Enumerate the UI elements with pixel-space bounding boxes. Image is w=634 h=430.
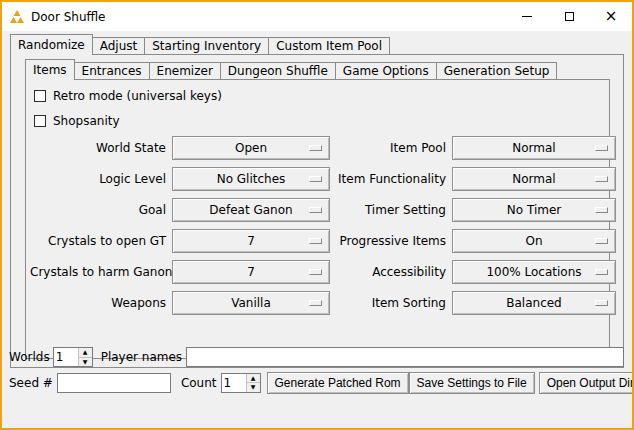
dropdown-indicator-icon — [595, 300, 608, 306]
accessibility-label: Accessibility — [336, 265, 446, 279]
tab-entrances[interactable]: Entrances — [74, 62, 150, 80]
dropdown-value: Vanilla — [231, 296, 271, 310]
minimize-button[interactable] — [506, 2, 548, 31]
tab-randomize[interactable]: Randomize — [10, 34, 93, 55]
window: Door Shuffle × Randomize Adjust Starting… — [0, 0, 634, 430]
tab-game-options[interactable]: Game Options — [335, 62, 437, 80]
dropdown-indicator-icon — [595, 145, 608, 151]
crystals-gt-label: Crystals to open GT — [30, 234, 166, 248]
dropdown-value: 7 — [247, 234, 255, 248]
dropdown-value: No Timer — [507, 203, 561, 217]
crystals-ganon-label: Crystals to harm Ganon — [30, 265, 166, 279]
weapons-label: Weapons — [30, 296, 166, 310]
weapons-dropdown[interactable]: Vanilla — [172, 291, 330, 315]
retro-mode-checkbox[interactable]: Retro mode (universal keys) — [34, 88, 222, 104]
goal-label: Goal — [30, 203, 166, 217]
close-button[interactable]: × — [590, 2, 632, 31]
player-names-label: Player names — [101, 350, 182, 364]
dropdown-value: Normal — [512, 141, 555, 155]
accessibility-dropdown[interactable]: 100% Locations — [452, 260, 616, 284]
count-spin-buttons: ▲ ▼ — [246, 374, 260, 392]
item-sorting-dropdown[interactable]: Balanced — [452, 291, 616, 315]
count-input[interactable] — [222, 374, 246, 392]
progressive-items-label: Progressive Items — [336, 234, 446, 248]
item-pool-label: Item Pool — [336, 141, 446, 155]
count-label: Count — [181, 376, 217, 390]
checkbox-box-icon — [34, 90, 46, 102]
shopsanity-checkbox[interactable]: Shopsanity — [34, 113, 120, 129]
dropdown-indicator-icon — [595, 207, 608, 213]
tab-generation-setup[interactable]: Generation Setup — [436, 62, 558, 80]
dropdown-value: On — [525, 234, 542, 248]
dropdown-indicator-icon — [309, 300, 322, 306]
dropdown-value: Defeat Ganon — [209, 203, 292, 217]
tab-adjust[interactable]: Adjust — [92, 37, 146, 55]
close-icon: × — [605, 9, 618, 24]
open-output-directory-button[interactable]: Open Output Directory — [539, 372, 634, 394]
settings-form: World State Open Item Pool Normal Logic … — [30, 136, 616, 315]
dropdown-value: Normal — [512, 172, 555, 186]
logic-level-dropdown[interactable]: No Glitches — [172, 167, 330, 191]
seed-label: Seed # — [9, 376, 53, 390]
minimize-icon — [522, 16, 532, 17]
maximize-icon — [565, 12, 574, 21]
item-pool-dropdown[interactable]: Normal — [452, 136, 616, 160]
progressive-items-dropdown[interactable]: On — [452, 229, 616, 253]
randomize-tab-pane: Items Entrances Enemizer Dungeon Shuffle… — [10, 54, 624, 368]
tab-enemizer[interactable]: Enemizer — [149, 62, 221, 80]
worlds-row: Worlds ▲ ▼ Player names — [9, 346, 624, 368]
player-names-input[interactable] — [186, 347, 624, 367]
timer-setting-dropdown[interactable]: No Timer — [452, 198, 616, 222]
item-functionality-label: Item Functionality — [336, 172, 446, 186]
dropdown-value: Open — [235, 141, 267, 155]
worlds-spin-down-button[interactable]: ▼ — [79, 357, 92, 367]
dropdown-indicator-icon — [309, 145, 322, 151]
titlebar[interactable]: Door Shuffle × — [2, 2, 632, 31]
worlds-input[interactable] — [54, 348, 78, 366]
worlds-spin-up-button[interactable]: ▲ — [79, 348, 92, 357]
checkbox-box-icon — [34, 115, 46, 127]
goal-dropdown[interactable]: Defeat Ganon — [172, 198, 330, 222]
maximize-button[interactable] — [548, 2, 590, 31]
count-spin-up-button[interactable]: ▲ — [247, 374, 260, 383]
item-sorting-label: Item Sorting — [336, 296, 446, 310]
world-state-label: World State — [30, 141, 166, 155]
dropdown-value: 7 — [247, 265, 255, 279]
dropdown-indicator-icon — [309, 238, 322, 244]
dropdown-indicator-icon — [595, 176, 608, 182]
app-icon — [9, 9, 25, 25]
tab-items[interactable]: Items — [25, 59, 75, 80]
dropdown-indicator-icon — [309, 269, 322, 275]
window-content: Randomize Adjust Starting Inventory Cust… — [2, 31, 632, 428]
count-spin-down-button[interactable]: ▼ — [247, 382, 260, 392]
worlds-spinner[interactable]: ▲ ▼ — [53, 347, 93, 367]
count-spinner[interactable]: ▲ ▼ — [221, 373, 261, 393]
generate-patched-rom-button[interactable]: Generate Patched Rom — [267, 372, 409, 394]
crystals-gt-dropdown[interactable]: 7 — [172, 229, 330, 253]
timer-setting-label: Timer Setting — [336, 203, 446, 217]
crystals-ganon-dropdown[interactable]: 7 — [172, 260, 330, 284]
shopsanity-label: Shopsanity — [53, 114, 120, 128]
worlds-spin-buttons: ▲ ▼ — [78, 348, 92, 366]
dropdown-value: No Glitches — [217, 172, 286, 186]
dropdown-indicator-icon — [309, 176, 322, 182]
seed-input[interactable] — [57, 373, 171, 393]
window-controls: × — [506, 2, 632, 31]
items-tab-pane: Retro mode (universal keys) Shopsanity W… — [25, 79, 610, 359]
dropdown-indicator-icon — [309, 207, 322, 213]
dropdown-indicator-icon — [595, 238, 608, 244]
logic-level-label: Logic Level — [30, 172, 166, 186]
window-title: Door Shuffle — [31, 10, 105, 24]
save-settings-button[interactable]: Save Settings to File — [409, 372, 535, 394]
inner-tab-bar: Items Entrances Enemizer Dungeon Shuffle… — [25, 59, 556, 80]
seed-row: Seed # Count ▲ ▼ Generate Patched Rom Sa… — [9, 371, 624, 394]
dropdown-value: Balanced — [506, 296, 561, 310]
tab-starting-inventory[interactable]: Starting Inventory — [144, 37, 269, 55]
dropdown-value: 100% Locations — [486, 265, 581, 279]
world-state-dropdown[interactable]: Open — [172, 136, 330, 160]
tab-dungeon-shuffle[interactable]: Dungeon Shuffle — [220, 62, 336, 80]
worlds-label: Worlds — [9, 350, 50, 364]
outer-tab-bar: Randomize Adjust Starting Inventory Cust… — [10, 34, 389, 55]
tab-custom-item-pool[interactable]: Custom Item Pool — [268, 37, 390, 55]
item-functionality-dropdown[interactable]: Normal — [452, 167, 616, 191]
